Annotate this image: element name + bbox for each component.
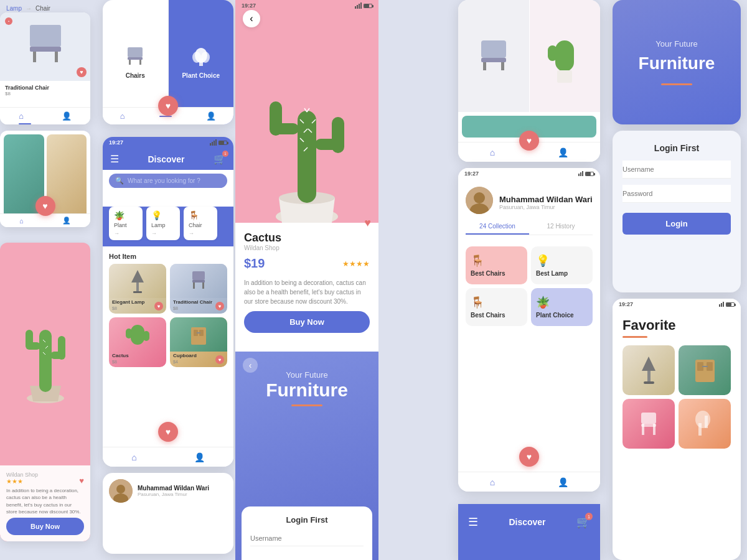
lamp-cat-icon: 💡 xyxy=(151,210,162,220)
menu-icon[interactable]: ☰ xyxy=(110,153,119,165)
home-nav-icon[interactable]: ⌂ xyxy=(19,111,24,121)
best-chairs-card[interactable]: 🪑 Best Chairs xyxy=(466,246,527,284)
splash-back[interactable]: ‹ xyxy=(243,358,258,373)
collection-tab[interactable]: 24 Collection xyxy=(466,219,529,235)
login-button[interactable]: Login xyxy=(622,213,731,235)
svg-rect-3 xyxy=(30,47,61,52)
plant-cat-icon: 🪴 xyxy=(114,210,125,220)
home-nav-discover[interactable]: ⌂ xyxy=(131,452,136,462)
cupboard-fav[interactable]: ♥ xyxy=(215,355,224,364)
plant-cat-arrow: → xyxy=(114,230,120,236)
search-bar[interactable]: 🔍 What are you looking for ? xyxy=(109,174,227,188)
chair-cat-icon: 🪑 xyxy=(189,210,199,220)
password-input[interactable] xyxy=(622,185,731,203)
fav-heart-pd[interactable]: ♥ xyxy=(364,217,371,230)
svg-rect-62 xyxy=(641,413,656,424)
plant-choice-label: Plant Choice xyxy=(182,72,220,79)
cart-badge: 1 xyxy=(222,151,228,157)
plant-coll-icon: 🪴 xyxy=(536,296,550,309)
discover-menu-icon[interactable]: ☰ xyxy=(468,515,478,529)
col1-phone3: Wildan Shop ★★★ In addition to being a d… xyxy=(0,243,90,541)
product-detail-phone: 19:27 ‹ ♥ xyxy=(235,0,378,560)
fav-chair-icon xyxy=(639,411,659,437)
chair-cat-label: Chair xyxy=(189,222,202,228)
cat-plant[interactable]: 🪴 Plant → xyxy=(109,207,143,240)
svg-rect-23 xyxy=(192,271,205,280)
hot-card-cactus[interactable]: Cactus $8 xyxy=(109,317,166,367)
login-title: Login First xyxy=(622,143,731,153)
hot-card-lamp[interactable]: Elegant Lamp $8 ♥ xyxy=(109,264,166,314)
discover-bottom-strip: ☰ Discover 🛒 1 xyxy=(458,504,600,560)
svg-rect-52 xyxy=(481,58,506,62)
col1-phone1: ♥ Traditional Chair $8 ⌂ 👤 • xyxy=(0,12,90,124)
product-shop: Wildan Shop xyxy=(244,245,281,251)
buy-now-button[interactable]: Buy Now xyxy=(6,518,84,535)
product-desc: In addition to being a decoration, cactu… xyxy=(244,278,370,306)
product-name: Cactus xyxy=(244,231,281,245)
best-chairs-card2[interactable]: 🪑 Best Chairs xyxy=(466,288,527,326)
chair-fav[interactable]: ♥ xyxy=(215,302,224,310)
splash-phone: Your Future Furniture xyxy=(613,0,741,124)
fav-cupboard-icon xyxy=(694,357,716,383)
fab-heart[interactable]: ♥ xyxy=(35,196,55,216)
fav-heart-large[interactable]: ♥ xyxy=(79,476,84,485)
user-nav-icon[interactable]: 👤 xyxy=(62,111,72,121)
history-tab[interactable]: 12 History xyxy=(529,219,593,235)
user-coll-nav[interactable]: 👤 xyxy=(558,477,568,487)
fav-plant[interactable] xyxy=(679,399,731,449)
hot-card-chair[interactable]: Traditional Chair $8 ♥ xyxy=(170,264,227,314)
profile-name: Muhammad Wildan Wari xyxy=(499,195,593,204)
discover-phone-top: Chairs Plant Choice ⌂ 👤 ♥ xyxy=(103,0,233,124)
nav-arrow-icon: → xyxy=(26,5,32,12)
fav-cupboard[interactable] xyxy=(679,345,731,395)
home-icon-sm[interactable]: ⌂ xyxy=(19,217,24,225)
chair-price: $8 xyxy=(5,91,85,96)
search-icon: 🔍 xyxy=(115,177,124,185)
svg-rect-21 xyxy=(136,282,139,292)
category-section-label: Category xyxy=(103,192,233,207)
fab-discover[interactable]: ♥ xyxy=(158,422,178,442)
fab-profile[interactable]: ♥ xyxy=(519,131,539,151)
back-button[interactable]: ‹ xyxy=(243,10,260,27)
cart-badge-bottom: 1 xyxy=(585,513,593,520)
stars-label: ★★★ xyxy=(6,478,84,485)
svg-rect-56 xyxy=(647,371,651,382)
username-input-sm[interactable] xyxy=(250,531,364,546)
lamp-thumb-icon xyxy=(128,269,147,294)
cat-chair[interactable]: 🪑 Chair → xyxy=(184,207,217,240)
fav-heart-icon[interactable]: ♥ xyxy=(77,67,87,77)
fab-collection[interactable]: ♥ xyxy=(519,447,539,467)
username-input[interactable] xyxy=(622,161,731,179)
home-coll-nav[interactable]: ⌂ xyxy=(490,477,495,487)
buy-now-btn[interactable]: Buy Now xyxy=(244,311,370,333)
home-nav2[interactable]: ⌂ xyxy=(120,111,125,121)
user-nav2[interactable]: 👤 xyxy=(206,111,216,121)
svg-point-54 xyxy=(474,192,485,203)
plant-choice-card[interactable]: 🪴 Plant Choice xyxy=(531,288,593,326)
login-title-sm: Login First xyxy=(250,515,364,525)
nav-lamp[interactable]: Lamp xyxy=(6,5,22,12)
fav-chair[interactable] xyxy=(622,399,675,449)
svg-rect-16 xyxy=(128,57,143,60)
time-display: 19:27 xyxy=(109,139,123,146)
lamp-fav[interactable]: ♥ xyxy=(154,302,163,310)
user-icon-sm[interactable]: 👤 xyxy=(62,217,71,225)
user-profile-nav[interactable]: 👤 xyxy=(558,147,568,157)
best-chairs-coll2: Best Chairs xyxy=(471,312,505,319)
nav-chair[interactable]: Chair xyxy=(35,5,50,12)
svg-rect-36 xyxy=(298,111,316,203)
hot-card-cupboard[interactable]: Cupboard $4 ♥ xyxy=(170,317,227,367)
avatar-svg-sm xyxy=(109,479,133,503)
col1-phone2: Cupboard Cupboard ♥ ♥ ⌂ 👤 xyxy=(0,131,90,227)
fab2[interactable]: ♥ xyxy=(158,96,178,116)
home-profile-nav[interactable]: ⌂ xyxy=(490,147,495,157)
svg-rect-0 xyxy=(30,25,61,47)
product-detail-column: 19:27 ‹ ♥ xyxy=(235,0,380,560)
plant-cat-label: Plant xyxy=(114,222,127,228)
cat-lamp[interactable]: 💡 Lamp → xyxy=(146,207,180,240)
fav-time: 19:27 xyxy=(619,301,633,307)
fav-lamp[interactable] xyxy=(622,345,675,395)
best-lamp-card[interactable]: 💡 Best Lamp xyxy=(531,246,593,284)
profile-location: Pasuruan, Jawa Timur xyxy=(499,204,593,210)
user-nav-discover[interactable]: 👤 xyxy=(194,452,205,462)
